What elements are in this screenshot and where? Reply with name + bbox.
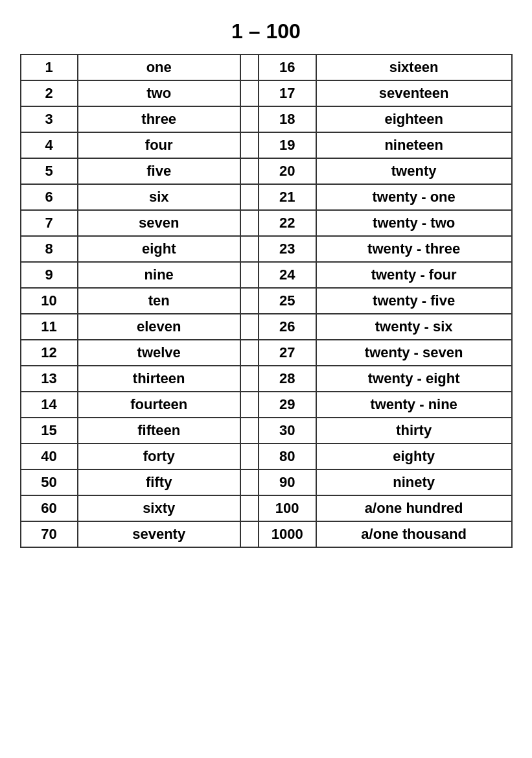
divider-cell (240, 314, 259, 340)
divider-cell (240, 262, 259, 288)
divider-cell (240, 54, 259, 80)
number-left: 2 (21, 80, 78, 106)
number-right: 18 (259, 106, 316, 132)
page-title: 1 – 100 (231, 19, 301, 43)
number-left: 4 (21, 132, 78, 158)
number-right: 25 (259, 288, 316, 314)
table-row: 3three18eighteen (21, 106, 512, 132)
word-left: thirteen (78, 366, 240, 392)
divider-cell (240, 340, 259, 366)
word-right: twenty - five (316, 288, 512, 314)
number-right: 100 (259, 495, 316, 521)
number-left: 15 (21, 418, 78, 444)
word-left: five (78, 158, 240, 184)
word-left: fourteen (78, 392, 240, 418)
number-left: 10 (21, 288, 78, 314)
number-left: 6 (21, 184, 78, 210)
table-row: 10ten25twenty - five (21, 288, 512, 314)
word-left: one (78, 54, 240, 80)
table-row: 70seventy1000a/one thousand (21, 521, 512, 547)
word-right: twenty - eight (316, 366, 512, 392)
word-right: thirty (316, 418, 512, 444)
number-left: 12 (21, 340, 78, 366)
number-right: 29 (259, 392, 316, 418)
number-right: 19 (259, 132, 316, 158)
divider-cell (240, 80, 259, 106)
divider-cell (240, 158, 259, 184)
table-row: 4four19nineteen (21, 132, 512, 158)
number-left: 40 (21, 444, 78, 469)
divider-cell (240, 132, 259, 158)
divider-cell (240, 444, 259, 469)
table-row: 40forty80eighty (21, 444, 512, 469)
number-left: 60 (21, 495, 78, 521)
word-left: fifteen (78, 418, 240, 444)
number-left: 3 (21, 106, 78, 132)
number-left: 11 (21, 314, 78, 340)
table-row: 7seven22twenty - two (21, 210, 512, 236)
table-row: 11eleven26twenty - six (21, 314, 512, 340)
number-right: 27 (259, 340, 316, 366)
table-row: 5five20twenty (21, 158, 512, 184)
word-left: eleven (78, 314, 240, 340)
word-right: eighty (316, 444, 512, 469)
word-right: nineteen (316, 132, 512, 158)
number-right: 22 (259, 210, 316, 236)
word-right: twenty - four (316, 262, 512, 288)
table-row: 9nine24twenty - four (21, 262, 512, 288)
divider-cell (240, 521, 259, 547)
divider-cell (240, 469, 259, 495)
table-row: 60sixty100a/one hundred (21, 495, 512, 521)
number-right: 20 (259, 158, 316, 184)
word-right: a/one hundred (316, 495, 512, 521)
word-right: twenty - three (316, 236, 512, 262)
divider-cell (240, 210, 259, 236)
divider-cell (240, 366, 259, 392)
word-right: ninety (316, 469, 512, 495)
word-left: six (78, 184, 240, 210)
table-row: 8eight23twenty - three (21, 236, 512, 262)
word-left: forty (78, 444, 240, 469)
number-left: 13 (21, 366, 78, 392)
table-row: 2two17seventeen (21, 80, 512, 106)
divider-cell (240, 106, 259, 132)
table-row: 50fifty90ninety (21, 469, 512, 495)
numbers-table: 1one16sixteen2two17seventeen3three18eigh… (20, 54, 513, 548)
word-left: two (78, 80, 240, 106)
number-right: 23 (259, 236, 316, 262)
divider-cell (240, 288, 259, 314)
word-left: seven (78, 210, 240, 236)
number-right: 28 (259, 366, 316, 392)
word-left: sixty (78, 495, 240, 521)
divider-cell (240, 236, 259, 262)
table-row: 1one16sixteen (21, 54, 512, 80)
number-right: 1000 (259, 521, 316, 547)
word-right: twenty - nine (316, 392, 512, 418)
word-left: nine (78, 262, 240, 288)
number-right: 30 (259, 418, 316, 444)
number-left: 5 (21, 158, 78, 184)
table-row: 15fifteen30thirty (21, 418, 512, 444)
number-right: 24 (259, 262, 316, 288)
divider-cell (240, 418, 259, 444)
word-left: twelve (78, 340, 240, 366)
word-right: twenty - seven (316, 340, 512, 366)
number-left: 50 (21, 469, 78, 495)
number-right: 80 (259, 444, 316, 469)
number-right: 26 (259, 314, 316, 340)
word-left: fifty (78, 469, 240, 495)
number-left: 70 (21, 521, 78, 547)
number-left: 7 (21, 210, 78, 236)
divider-cell (240, 184, 259, 210)
word-left: four (78, 132, 240, 158)
table-row: 13thirteen28twenty - eight (21, 366, 512, 392)
word-left: seventy (78, 521, 240, 547)
word-right: twenty - one (316, 184, 512, 210)
word-right: eighteen (316, 106, 512, 132)
table-row: 14fourteen29twenty - nine (21, 392, 512, 418)
number-right: 21 (259, 184, 316, 210)
divider-cell (240, 392, 259, 418)
number-left: 9 (21, 262, 78, 288)
table-row: 12twelve27twenty - seven (21, 340, 512, 366)
divider-cell (240, 495, 259, 521)
